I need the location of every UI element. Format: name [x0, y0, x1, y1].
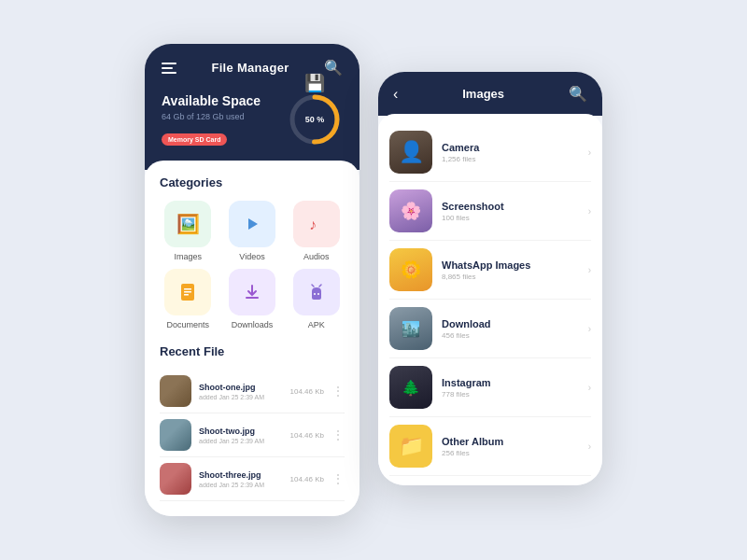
sd-icon: 💾 [304, 73, 325, 93]
search-icon[interactable]: 🔍 [324, 59, 343, 77]
instagram-count: 778 files [442, 390, 579, 399]
download-chevron: › [588, 324, 591, 334]
cat-apk[interactable]: APK [288, 269, 345, 329]
file-thumb-1 [160, 375, 191, 407]
file-manager-phone: File Manager 🔍 Available Space 64 Gb of … [145, 44, 359, 516]
storage-title: Available Space [162, 93, 261, 108]
cat-documents[interactable]: Documents [160, 269, 217, 329]
whatsapp-thumb: 🌼 [389, 248, 432, 291]
file-thumb-3 [160, 463, 191, 495]
svg-line-12 [319, 285, 321, 287]
cat-images[interactable]: 🖼️ Images [160, 201, 217, 261]
images-header: ‹ Images 🔍 [378, 72, 602, 116]
camera-count: 1,256 files [442, 155, 579, 163]
download-count: 456 files [442, 331, 579, 340]
file-name-1: Shoot-one.jpg [199, 383, 283, 392]
instagram-info: Instagram 778 files [442, 377, 579, 399]
phone-body: Categories 🖼️ Images Videos [145, 161, 359, 516]
camera-info: Camera 1,256 files [442, 142, 579, 163]
instagram-chevron: › [588, 383, 591, 393]
file-meta-2: added Jan 25 2:39 AM [199, 438, 283, 444]
images-phone: ‹ Images 🔍 👤 Camera 1,256 files › 🌸 [378, 72, 602, 485]
other-info: Other Album 256 files [442, 436, 579, 457]
camera-face: 👤 [389, 131, 432, 174]
cat-images-label: Images [175, 252, 203, 261]
other-count: 256 files [442, 449, 579, 457]
menu-icon[interactable] [162, 63, 176, 74]
file-thumb-2 [160, 419, 191, 451]
instagram-face: 🌲 [389, 366, 432, 409]
album-download[interactable]: 🏙️ Download 456 files › [389, 300, 591, 358]
download-thumb: 🏙️ [389, 307, 432, 350]
file-size-3: 104.46 Kb [290, 475, 324, 483]
album-camera[interactable]: 👤 Camera 1,256 files › [389, 123, 591, 182]
recent-files: Recent File Shoot-one.jpg added Jan 25 2… [160, 344, 345, 501]
cat-videos-label: Videos [239, 252, 264, 261]
camera-name: Camera [442, 142, 579, 153]
other-thumb: 📁 [389, 425, 432, 468]
file-dots-1[interactable]: ⋮ [331, 384, 345, 399]
file-info-2: Shoot-two.jpg added Jan 25 2:39 AM [199, 427, 283, 444]
storage-percent: 50 % [305, 115, 325, 124]
album-other[interactable]: 📁 Other Album 256 files › [389, 417, 591, 476]
svg-rect-6 [184, 291, 191, 293]
whatsapp-count: 8,865 files [442, 273, 579, 281]
storage-subtitle: 64 Gb of 128 Gb used [162, 112, 261, 121]
file-size-1: 104.46 Kb [290, 387, 324, 396]
screenshot-count: 100 files [442, 214, 579, 222]
back-icon[interactable]: ‹ [393, 86, 398, 103]
camera-thumb: 👤 [389, 131, 432, 174]
sd-badge: Memory SD Card [162, 133, 227, 146]
file-item-2[interactable]: Shoot-two.jpg added Jan 25 2:39 AM 104.4… [160, 413, 345, 457]
download-info: Download 456 files [442, 318, 579, 340]
images-body: 👤 Camera 1,256 files › 🌸 Screenshoot 100… [378, 114, 602, 485]
file-info-3: Shoot-three.jpg added Jan 25 2:39 AM [199, 470, 283, 488]
camera-chevron: › [588, 147, 591, 158]
album-whatsapp[interactable]: 🌼 WhatsApp Images 8,865 files › [389, 241, 591, 300]
file-item-3[interactable]: Shoot-three.jpg added Jan 25 2:39 AM 104… [160, 457, 345, 501]
cat-downloads-label: Downloads [232, 320, 274, 329]
other-chevron: › [588, 441, 591, 452]
cat-audios[interactable]: ♪ Audios [288, 201, 345, 261]
cat-apk-label: APK [308, 320, 325, 329]
screenshot-name: Screenshoot [442, 201, 579, 212]
search-icon-right[interactable]: 🔍 [569, 85, 587, 103]
file-item[interactable]: Shoot-one.jpg added Jan 25 2:39 AM 104.4… [160, 370, 345, 413]
screenshot-face: 🌸 [389, 189, 432, 232]
file-name-3: Shoot-three.jpg [199, 470, 283, 480]
screenshot-info: Screenshoot 100 files [442, 201, 579, 222]
documents-icon-box [164, 269, 211, 315]
whatsapp-info: WhatsApp Images 8,865 files [442, 259, 579, 281]
album-instagram[interactable]: 🌲 Instagram 778 files › [389, 358, 591, 417]
album-screenshot[interactable]: 🌸 Screenshoot 100 files › [389, 182, 591, 241]
file-size-2: 104.46 Kb [290, 431, 324, 440]
svg-rect-5 [184, 288, 191, 290]
download-face: 🏙️ [389, 307, 432, 350]
apk-icon-box [293, 269, 340, 315]
cat-audios-label: Audios [303, 252, 330, 261]
screenshot-chevron: › [588, 206, 591, 217]
whatsapp-name: WhatsApp Images [442, 259, 579, 271]
svg-text:♪: ♪ [309, 217, 317, 232]
whatsapp-chevron: › [588, 265, 591, 275]
instagram-thumb: 🌲 [389, 366, 432, 409]
videos-icon-box [229, 201, 275, 247]
file-dots-3[interactable]: ⋮ [331, 471, 345, 486]
svg-marker-2 [248, 218, 258, 230]
svg-line-11 [312, 285, 314, 287]
categories-grid: 🖼️ Images Videos ♪ [160, 201, 345, 329]
download-name: Download [442, 318, 579, 329]
images-icon-box: 🖼️ [164, 201, 211, 247]
other-name: Other Album [442, 436, 579, 447]
cat-videos[interactable]: Videos [224, 201, 281, 261]
whatsapp-face: 🌼 [389, 248, 432, 291]
images-title: Images [462, 87, 504, 101]
downloads-icon-box [229, 269, 275, 315]
file-dots-2[interactable]: ⋮ [331, 427, 345, 442]
screenshot-thumb: 🌸 [389, 189, 432, 232]
recent-files-title: Recent File [160, 344, 345, 358]
cat-documents-label: Documents [167, 320, 210, 329]
file-name-2: Shoot-two.jpg [199, 427, 283, 436]
file-info-1: Shoot-one.jpg added Jan 25 2:39 AM [199, 383, 283, 400]
cat-downloads[interactable]: Downloads [224, 269, 281, 329]
